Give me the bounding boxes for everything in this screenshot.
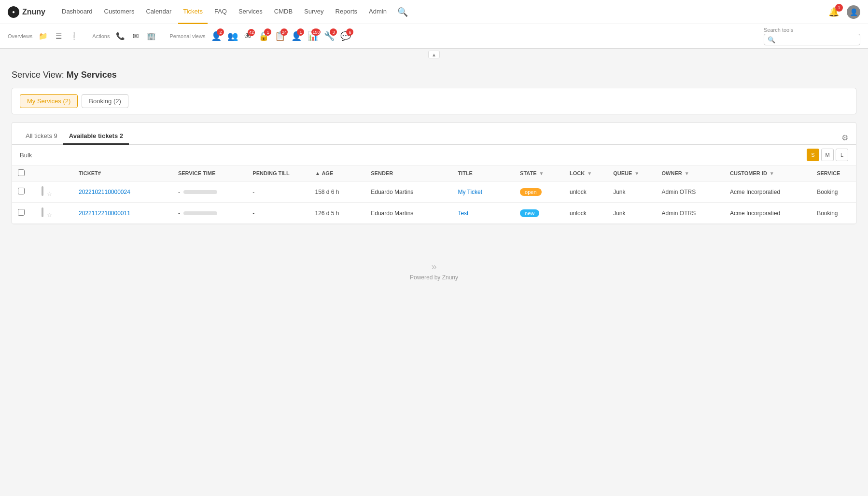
pv-item-2[interactable]: 👥 (227, 31, 238, 41)
view-tab-my-services[interactable]: My Services (2) (20, 94, 78, 108)
row-title-0[interactable]: My Ticket (452, 181, 514, 203)
view-tabs: My Services (2) Booking (2) (20, 94, 848, 108)
th-state[interactable]: STATE ▼ (514, 165, 564, 181)
nav-survey[interactable]: Survey (299, 0, 328, 24)
pv-item-8[interactable]: 🔧 3 (324, 31, 335, 41)
row-ticket-0[interactable]: 2022102110000024 (73, 181, 172, 203)
personal-views-section: Personal views 👤 2 👥 👁 42 🔒 1 📋 24 👤 1 📊… (169, 31, 353, 41)
view-tabs-card: My Services (2) Booking (2) (12, 88, 856, 114)
service-time-dash-0: - (178, 189, 180, 195)
page-title: Service View: My Services (12, 70, 856, 80)
nav-faq[interactable]: FAQ (210, 0, 232, 24)
pv-badge-5: 24 (280, 28, 288, 36)
toolbar: Overviews 📁 ☰ ❕ Actions 📞 ✉ 🏢 Personal v… (0, 24, 868, 49)
pv-item-7[interactable]: 📊 150 (308, 31, 318, 41)
size-btn-l[interactable]: L (836, 149, 848, 161)
row-customer-id-0: Acme Incorporatied (724, 181, 811, 203)
action-org-btn[interactable]: 🏢 (144, 29, 158, 43)
th-customer-id[interactable]: CUSTOMER ID ▼ (724, 165, 811, 181)
th-owner[interactable]: OWNER ▼ (656, 165, 725, 181)
overview-info-btn[interactable]: ❕ (67, 29, 81, 43)
table-settings-icon[interactable]: ⚙ (841, 133, 848, 142)
sub-tab-all[interactable]: All tickets 9 (20, 128, 63, 145)
pv-item-9[interactable]: 💬 6 (340, 31, 351, 41)
th-sender[interactable]: SENDER (365, 165, 452, 181)
nav-calendar[interactable]: Calendar (141, 0, 176, 24)
tickets-table: TICKET# SERVICE TIME PENDING TILL ▲ AGE (12, 165, 856, 224)
star-icon-0[interactable]: ☆ (47, 191, 52, 197)
row-lock-1: unlock (564, 203, 607, 224)
nav-services[interactable]: Services (234, 0, 267, 24)
collapse-button[interactable]: ▲ (428, 51, 440, 58)
row-title-1[interactable]: Test (452, 203, 514, 224)
nav-admin[interactable]: Admin (364, 0, 392, 24)
priority-indicator-1 (42, 207, 43, 217)
row-sender-0: Eduardo Martins (365, 181, 452, 203)
pv-item-6[interactable]: 👤 1 (291, 31, 302, 41)
row-check-1 (12, 203, 36, 224)
th-ticket[interactable]: TICKET# (73, 165, 172, 181)
app-logo[interactable]: ● Znuny (8, 6, 45, 18)
size-btn-s[interactable]: S (807, 149, 819, 161)
pv-icon-2: 👥 (227, 31, 238, 41)
pv-badge-1: 2 (217, 28, 224, 36)
nav-menu: Dashboard Customers Calendar Tickets FAQ… (57, 0, 828, 24)
bulk-label[interactable]: Bulk (20, 152, 32, 159)
th-service-time[interactable]: SERVICE TIME (172, 165, 247, 181)
nav-customers[interactable]: Customers (99, 0, 140, 24)
pv-badge-6: 1 (297, 28, 304, 36)
nav-dashboard[interactable]: Dashboard (57, 0, 98, 24)
overviews-label: Overviews (8, 33, 32, 39)
nav-cmdb[interactable]: CMDB (269, 0, 297, 24)
overview-folder-btn[interactable]: 📁 (36, 29, 50, 43)
row-state-0: open (514, 181, 564, 203)
th-flags (36, 165, 73, 181)
powered-by: Powered by Znuny (410, 274, 458, 281)
lock-filter-arrow: ▼ (587, 171, 592, 176)
page-title-main: My Services (67, 70, 117, 80)
pv-item-1[interactable]: 👤 2 (211, 31, 222, 41)
pv-item-3[interactable]: 👁 42 (244, 31, 252, 41)
row-customer-id-1: Acme Incorporatied (724, 203, 811, 224)
actions-section: Actions 📞 ✉ 🏢 (92, 29, 158, 43)
size-buttons: S M L (807, 149, 848, 161)
pv-item-4[interactable]: 🔒 1 (258, 31, 269, 41)
search-tools-section: Search tools 🔍 (764, 27, 860, 45)
th-check (12, 165, 36, 181)
search-nav-button[interactable]: 🔍 (397, 7, 408, 17)
page-title-prefix: Service View: (12, 70, 64, 80)
th-title[interactable]: TITLE (452, 165, 514, 181)
row-age-0: 158 d 6 h (309, 181, 365, 203)
row-age-1: 126 d 5 h (309, 203, 365, 224)
user-avatar[interactable]: 👤 (847, 5, 860, 19)
queue-filter-arrow: ▼ (634, 171, 639, 176)
main-content: Service View: My Services My Services (2… (0, 60, 868, 234)
nav-tickets[interactable]: Tickets (178, 0, 208, 24)
nav-reports[interactable]: Reports (331, 0, 363, 24)
ticket-rows: ☆ 2022102110000024 - - 158 d 6 h Eduardo… (12, 181, 856, 224)
notifications-button[interactable]: 🔔 1 (828, 7, 839, 17)
pv-item-5[interactable]: 📋 24 (275, 31, 285, 41)
action-email-btn[interactable]: ✉ (129, 29, 142, 43)
th-service[interactable]: SERVICE (811, 165, 856, 181)
nav-right-section: 🔔 1 👤 (828, 5, 860, 19)
th-age[interactable]: ▲ AGE (309, 165, 365, 181)
th-pending-till[interactable]: PENDING TILL (247, 165, 309, 181)
th-queue[interactable]: QUEUE ▼ (607, 165, 656, 181)
star-icon-1[interactable]: ☆ (47, 212, 52, 219)
row-checkbox-0[interactable] (18, 188, 25, 194)
sub-tab-available[interactable]: Available tickets 2 (63, 128, 129, 145)
view-tab-booking[interactable]: Booking (2) (82, 94, 128, 108)
search-input[interactable] (764, 34, 860, 45)
action-phone-btn[interactable]: 📞 (113, 29, 127, 43)
row-ticket-1[interactable]: 2022112210000011 (73, 203, 172, 224)
notification-badge: 1 (835, 4, 843, 12)
size-btn-m[interactable]: M (821, 149, 834, 161)
overview-list-btn[interactable]: ☰ (52, 29, 65, 43)
select-all-checkbox[interactable] (18, 169, 25, 176)
row-service-0: Booking (811, 181, 856, 203)
th-lock[interactable]: LOCK ▼ (564, 165, 607, 181)
row-owner-0: Admin OTRS (656, 181, 725, 203)
pv-badge-9: 6 (346, 28, 353, 36)
row-checkbox-1[interactable] (18, 209, 25, 216)
